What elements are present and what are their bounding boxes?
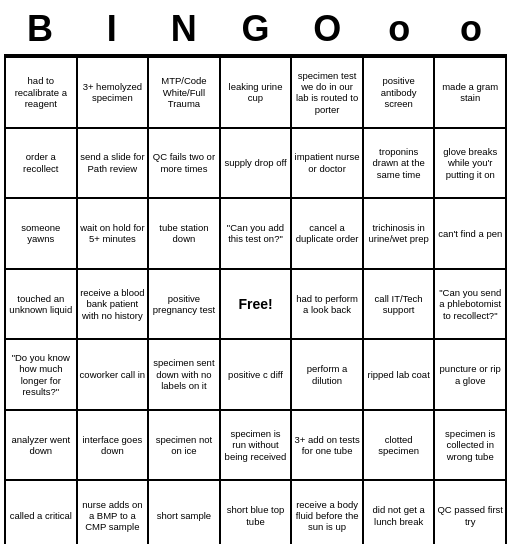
- bingo-container: BINGOoo had to recalibrate a reagent3+ h…: [0, 0, 511, 544]
- bingo-cell[interactable]: clotted specimen: [364, 411, 436, 482]
- header-letter: I: [76, 6, 148, 52]
- bingo-cell[interactable]: order a recollect: [6, 129, 78, 200]
- bingo-grid: had to recalibrate a reagent3+ hemolyzed…: [4, 56, 507, 544]
- bingo-cell[interactable]: specimen sent down with no labels on it: [149, 340, 221, 411]
- bingo-cell[interactable]: specimen test we do in our lab is routed…: [292, 58, 364, 129]
- bingo-cell[interactable]: did not get a lunch break: [364, 481, 436, 544]
- bingo-cell[interactable]: receive a body fluid before the sun is u…: [292, 481, 364, 544]
- header-letter: o: [435, 6, 507, 52]
- bingo-cell[interactable]: MTP/Code White/Full Trauma: [149, 58, 221, 129]
- bingo-cell[interactable]: receive a blood bank patient with no his…: [78, 270, 150, 341]
- bingo-header: BINGOoo: [4, 4, 507, 56]
- bingo-cell[interactable]: nurse adds on a BMP to a CMP sample: [78, 481, 150, 544]
- bingo-cell[interactable]: someone yawns: [6, 199, 78, 270]
- bingo-cell[interactable]: analyzer went down: [6, 411, 78, 482]
- bingo-cell[interactable]: called a critical: [6, 481, 78, 544]
- bingo-cell[interactable]: had to perform a look back: [292, 270, 364, 341]
- bingo-cell[interactable]: tube station down: [149, 199, 221, 270]
- bingo-cell[interactable]: "Do you know how much longer for results…: [6, 340, 78, 411]
- bingo-cell[interactable]: QC fails two or more times: [149, 129, 221, 200]
- bingo-cell[interactable]: leaking urine cup: [221, 58, 293, 129]
- bingo-cell[interactable]: glove breaks while you'r putting it on: [435, 129, 507, 200]
- bingo-cell[interactable]: impatient nurse or doctor: [292, 129, 364, 200]
- bingo-cell[interactable]: positive c diff: [221, 340, 293, 411]
- bingo-cell[interactable]: specimen is run without being received: [221, 411, 293, 482]
- bingo-cell[interactable]: perform a dilution: [292, 340, 364, 411]
- bingo-cell[interactable]: made a gram stain: [435, 58, 507, 129]
- bingo-cell[interactable]: send a slide for Path review: [78, 129, 150, 200]
- bingo-cell[interactable]: "Can you send a phlebotomist to recollec…: [435, 270, 507, 341]
- bingo-cell[interactable]: short blue top tube: [221, 481, 293, 544]
- bingo-cell[interactable]: positive antibody screen: [364, 58, 436, 129]
- bingo-cell[interactable]: coworker call in: [78, 340, 150, 411]
- bingo-cell[interactable]: cancel a duplicate order: [292, 199, 364, 270]
- bingo-cell[interactable]: specimen not on ice: [149, 411, 221, 482]
- header-letter: o: [363, 6, 435, 52]
- header-letter: B: [4, 6, 76, 52]
- bingo-cell[interactable]: ripped lab coat: [364, 340, 436, 411]
- bingo-cell[interactable]: 3+ add on tests for one tube: [292, 411, 364, 482]
- bingo-cell[interactable]: wait on hold for 5+ minutes: [78, 199, 150, 270]
- bingo-cell[interactable]: positive pregnancy test: [149, 270, 221, 341]
- bingo-cell[interactable]: 3+ hemolyzed specimen: [78, 58, 150, 129]
- bingo-cell[interactable]: puncture or rip a glove: [435, 340, 507, 411]
- bingo-cell[interactable]: troponins drawn at the same time: [364, 129, 436, 200]
- bingo-cell[interactable]: interface goes down: [78, 411, 150, 482]
- bingo-cell[interactable]: had to recalibrate a reagent: [6, 58, 78, 129]
- bingo-cell[interactable]: touched an unknown liquid: [6, 270, 78, 341]
- bingo-cell[interactable]: trichinosis in urine/wet prep: [364, 199, 436, 270]
- bingo-cell[interactable]: short sample: [149, 481, 221, 544]
- bingo-cell[interactable]: supply drop off: [221, 129, 293, 200]
- bingo-cell[interactable]: Free!: [221, 270, 293, 341]
- header-letter: O: [291, 6, 363, 52]
- bingo-cell[interactable]: specimen is collected in wrong tube: [435, 411, 507, 482]
- bingo-cell[interactable]: QC passed first try: [435, 481, 507, 544]
- bingo-cell[interactable]: "Can you add this test on?": [221, 199, 293, 270]
- bingo-cell[interactable]: call IT/Tech support: [364, 270, 436, 341]
- header-letter: G: [220, 6, 292, 52]
- bingo-cell[interactable]: can't find a pen: [435, 199, 507, 270]
- header-letter: N: [148, 6, 220, 52]
